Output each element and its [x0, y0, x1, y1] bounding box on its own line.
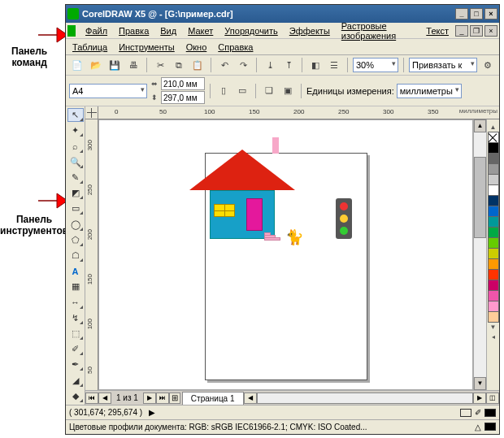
- landscape-button[interactable]: ▭: [234, 83, 250, 99]
- crop-tool[interactable]: ⌕: [67, 139, 84, 153]
- page-height-input[interactable]: [161, 91, 205, 104]
- menu-tools[interactable]: Инструменты: [114, 41, 180, 54]
- rectangle-tool[interactable]: ▭: [67, 202, 84, 215]
- roof-shape[interactable]: [189, 150, 295, 190]
- last-page-button[interactable]: ⏭: [156, 392, 169, 404]
- eyedropper-tool[interactable]: ✐: [67, 342, 84, 356]
- menu-layout[interactable]: Макет: [183, 24, 218, 37]
- zoom-tool[interactable]: 🔍: [67, 155, 84, 169]
- interactive-tool[interactable]: ⬚: [67, 327, 84, 340]
- cat-shape[interactable]: 🐈: [285, 228, 303, 246]
- welcome-button[interactable]: ☰: [326, 57, 342, 73]
- status-swatch2[interactable]: [484, 423, 496, 431]
- cut-button[interactable]: ✂: [152, 57, 168, 73]
- options-button[interactable]: ⚙: [480, 57, 496, 73]
- add-page-button[interactable]: ⊞: [169, 392, 180, 404]
- swatch-none[interactable]: [488, 132, 499, 143]
- menu-text[interactable]: Текст: [421, 24, 454, 37]
- table-tool[interactable]: ▦: [67, 280, 84, 293]
- page-size-combo[interactable]: A4: [69, 84, 147, 98]
- doc-close-button[interactable]: ×: [484, 25, 497, 37]
- fill-indicator[interactable]: [460, 409, 471, 417]
- drawing-canvas[interactable]: 🐈: [98, 119, 473, 390]
- horizontal-scrollbar[interactable]: ◀▶: [244, 392, 486, 404]
- ruler-origin[interactable]: [85, 106, 98, 119]
- palette-down-button[interactable]: ▼: [490, 323, 497, 332]
- interactivefill-tool[interactable]: ◆: [67, 389, 84, 403]
- curpage-button[interactable]: ▣: [280, 83, 296, 99]
- paste-button[interactable]: 📋: [189, 57, 206, 73]
- swatch[interactable]: [488, 195, 499, 206]
- save-button[interactable]: 💾: [106, 57, 123, 73]
- allpages-button[interactable]: ❏: [261, 83, 277, 99]
- scroll-up-button[interactable]: ▲: [474, 119, 486, 132]
- palette-flyout-button[interactable]: ◂: [492, 332, 495, 342]
- import-button[interactable]: ⤓: [262, 57, 278, 73]
- dimension-tool[interactable]: ↔: [67, 295, 84, 309]
- steps-shape[interactable]: [264, 233, 280, 243]
- swatch[interactable]: [488, 311, 499, 323]
- undo-button[interactable]: ↶: [216, 57, 232, 73]
- swatch[interactable]: [488, 206, 499, 217]
- titlebar[interactable]: CorelDRAW X5 @ - [G:\пример.cdr] _ □ ×: [66, 5, 499, 23]
- freehand-tool[interactable]: ✎: [67, 171, 84, 184]
- menu-edit[interactable]: Правка: [114, 24, 154, 37]
- connector-tool[interactable]: ↯: [67, 311, 84, 325]
- maximize-button[interactable]: □: [470, 8, 483, 20]
- basicshapes-tool[interactable]: ☖: [67, 249, 84, 262]
- minimize-button[interactable]: _: [455, 8, 468, 20]
- swatch[interactable]: [488, 163, 499, 175]
- swatch[interactable]: [488, 153, 499, 164]
- page-sorter-button[interactable]: ◫: [486, 392, 499, 404]
- text-tool[interactable]: A: [67, 264, 84, 278]
- vertical-ruler[interactable]: 50100150200250300: [85, 119, 98, 390]
- swatch[interactable]: [488, 142, 499, 154]
- prev-page-button[interactable]: ◀: [98, 392, 111, 404]
- menu-table[interactable]: Таблица: [67, 41, 112, 54]
- fill-tool[interactable]: ◢: [67, 373, 84, 387]
- print-button[interactable]: 🖶: [125, 57, 141, 73]
- scroll-thumb[interactable]: [474, 157, 486, 238]
- snap-combo[interactable]: Привязать к: [409, 58, 477, 72]
- doc-minimize-button[interactable]: _: [455, 25, 468, 37]
- outline-tool[interactable]: ✒: [67, 358, 84, 371]
- swatch[interactable]: [488, 301, 499, 312]
- swatch[interactable]: [488, 184, 499, 196]
- swatch[interactable]: [488, 237, 499, 249]
- copy-button[interactable]: ⧉: [171, 57, 187, 73]
- menu-help[interactable]: Справка: [213, 41, 258, 54]
- portrait-button[interactable]: ▯: [215, 83, 232, 99]
- polygon-tool[interactable]: ⬠: [67, 233, 84, 247]
- swatch[interactable]: [488, 227, 499, 238]
- open-button[interactable]: 📂: [88, 57, 104, 73]
- menu-window[interactable]: Окно: [181, 41, 212, 54]
- outline-pen-icon[interactable]: △: [475, 423, 481, 431]
- scroll-down-button[interactable]: ▼: [474, 377, 486, 390]
- drawing-page[interactable]: 🐈: [205, 153, 367, 380]
- launch-button[interactable]: ◧: [307, 57, 324, 73]
- swatch[interactable]: [488, 174, 499, 185]
- window-shape[interactable]: [214, 204, 235, 217]
- redo-button[interactable]: ↷: [235, 57, 251, 73]
- close-button[interactable]: ×: [484, 8, 497, 20]
- horizontal-ruler[interactable]: миллиметры 050100150200250300350: [98, 106, 499, 119]
- swatch[interactable]: [488, 280, 499, 291]
- page-width-input[interactable]: [161, 77, 205, 90]
- shape-tool[interactable]: ✦: [67, 124, 84, 137]
- menu-file[interactable]: Файл: [80, 24, 112, 37]
- export-button[interactable]: ⤒: [280, 57, 297, 73]
- door-shape[interactable]: [246, 198, 263, 231]
- swatch[interactable]: [488, 216, 499, 228]
- doc-sys-icon[interactable]: [67, 25, 76, 37]
- doc-restore-button[interactable]: ❐: [470, 25, 483, 37]
- swatch[interactable]: [488, 258, 499, 270]
- new-button[interactable]: 📄: [69, 57, 85, 73]
- outline-indicator[interactable]: [484, 409, 496, 417]
- ellipse-tool[interactable]: ◯: [67, 217, 84, 231]
- menu-arrange[interactable]: Упорядочить: [219, 24, 282, 37]
- swatch[interactable]: [488, 269, 499, 280]
- traffic-light-shape[interactable]: [336, 198, 352, 239]
- menu-view[interactable]: Вид: [155, 24, 181, 37]
- zoom-combo[interactable]: 30%: [353, 58, 398, 72]
- page-tab-1[interactable]: Страница 1: [182, 392, 244, 405]
